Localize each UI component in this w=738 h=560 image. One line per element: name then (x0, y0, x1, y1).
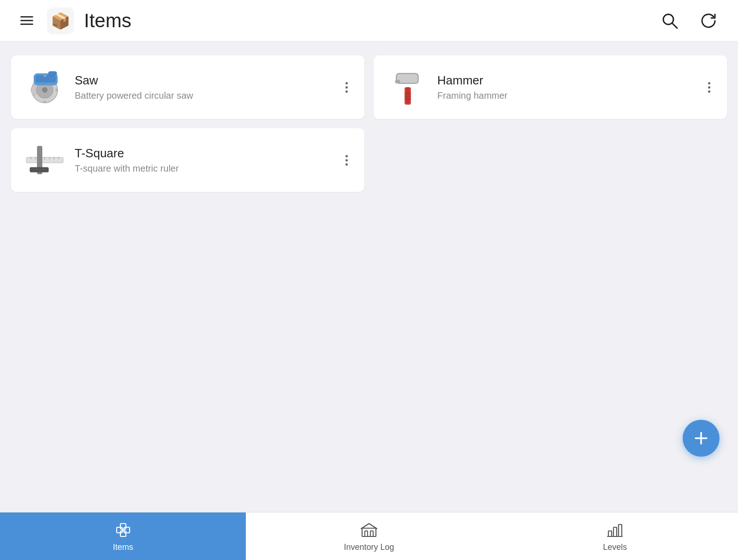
item-name-saw: Saw (75, 73, 333, 88)
tsquare-svg (24, 140, 65, 180)
item-name-tsquare: T-Square (75, 146, 333, 161)
hammer-svg (387, 67, 428, 107)
plus-icon (693, 430, 709, 447)
item-icon-hammer (387, 66, 428, 108)
inventory-log-nav-icon (360, 521, 378, 540)
svg-rect-6 (36, 75, 56, 83)
item-menu-button-hammer[interactable] (704, 78, 714, 96)
svg-rect-33 (365, 531, 368, 536)
items-nav-icon (114, 521, 132, 540)
svg-rect-28 (117, 527, 122, 533)
item-icon-tsquare (24, 139, 65, 181)
svg-rect-31 (120, 531, 126, 536)
svg-rect-30 (120, 524, 126, 529)
item-menu-button-tsquare[interactable] (342, 151, 351, 169)
svg-rect-12 (396, 80, 400, 83)
nav-items-label: Items (113, 542, 133, 552)
nav-inventory-log[interactable]: Inventory Log (246, 512, 492, 560)
svg-rect-35 (608, 531, 612, 536)
svg-line-1 (672, 23, 677, 28)
main-content: Saw Battery powered circular saw (0, 42, 738, 512)
svg-rect-7 (48, 71, 57, 75)
refresh-button[interactable] (696, 8, 721, 34)
item-info-saw: Saw Battery powered circular saw (75, 73, 333, 101)
item-name-hammer: Hammer (437, 73, 695, 88)
svg-point-4 (42, 87, 48, 93)
svg-rect-32 (362, 528, 376, 536)
nav-levels-label: Levels (603, 542, 627, 552)
svg-rect-14 (405, 95, 411, 97)
hamburger-menu-button[interactable] (17, 12, 37, 29)
levels-nav-icon (606, 521, 624, 540)
svg-rect-34 (370, 531, 373, 536)
item-desc-hammer: Framing hammer (437, 90, 695, 101)
svg-rect-36 (613, 527, 617, 536)
nav-items[interactable]: Items (0, 512, 246, 560)
hamburger-icon (20, 16, 33, 25)
refresh-icon (699, 12, 718, 30)
page-title: Items (84, 10, 131, 32)
svg-rect-25 (30, 167, 48, 172)
svg-rect-37 (619, 524, 622, 536)
search-button[interactable] (657, 8, 683, 34)
nav-inventory-log-label: Inventory Log (344, 542, 394, 552)
item-card-saw: Saw Battery powered circular saw (11, 55, 364, 119)
item-desc-tsquare: T-square with metric ruler (75, 163, 333, 174)
add-item-fab[interactable] (683, 420, 720, 457)
header-actions (657, 8, 721, 34)
item-card-hammer: Hammer Framing hammer (374, 55, 727, 119)
items-grid: Saw Battery powered circular saw (11, 55, 727, 192)
svg-rect-15 (405, 98, 411, 100)
app-icon: 📦 (47, 7, 74, 34)
nav-levels[interactable]: Levels (492, 512, 738, 560)
app-header: 📦 Items (0, 0, 738, 42)
item-menu-button-saw[interactable] (342, 78, 351, 96)
header-left: 📦 Items (17, 7, 657, 34)
item-info-tsquare: T-Square T-square with metric ruler (75, 146, 333, 174)
svg-rect-29 (124, 527, 130, 533)
item-card-tsquare: T-Square T-square with metric ruler (11, 128, 364, 192)
item-desc-saw: Battery powered circular saw (75, 90, 333, 101)
search-icon (661, 12, 679, 30)
saw-svg (24, 67, 65, 107)
item-icon-saw (24, 66, 65, 108)
bottom-navigation: Items Inventory Log Levels (0, 512, 738, 560)
svg-rect-13 (405, 93, 411, 94)
svg-rect-11 (397, 74, 417, 83)
item-info-hammer: Hammer Framing hammer (437, 73, 695, 101)
